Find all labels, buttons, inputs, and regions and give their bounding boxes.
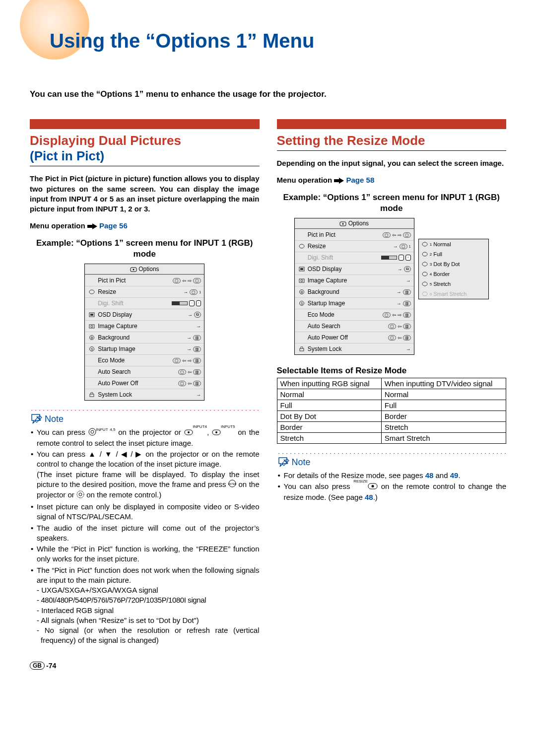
osd-row-label: Auto Power Off <box>98 380 178 387</box>
table-cell: Stretch <box>381 422 506 433</box>
osd-row-icon <box>298 278 306 283</box>
option-number: 4 <box>430 272 432 276</box>
heading-sub: (Pict in Pict) <box>30 148 104 163</box>
note-icon <box>277 457 290 468</box>
note-text: . <box>458 471 460 480</box>
note-text: .) <box>373 493 378 501</box>
option-label: Smart Stretch <box>433 291 467 297</box>
svg-point-37 <box>422 252 427 256</box>
osd-row: Image Capture→ <box>295 275 414 286</box>
option-icon <box>422 281 428 286</box>
osd-row-label: Resize <box>308 243 393 250</box>
example-title-right: Example: “Options 1” screen menu for INP… <box>277 192 507 214</box>
svg-text:ENTER: ENTER <box>228 482 236 485</box>
note-label: Note <box>292 457 311 468</box>
osd-row: Pict in Pict▢ ⇦ ⇨ ▢ <box>295 229 414 240</box>
osd-row: SStartup Image→ ▥ <box>295 297 414 309</box>
osd-row-icon: B <box>298 289 306 294</box>
svg-point-26 <box>299 244 304 248</box>
resize-button-icon: RESIZE <box>353 482 378 492</box>
resize-table: When inputting RGB signal When inputting… <box>277 378 507 444</box>
osd-row: Digi. Shift − + <box>85 297 204 309</box>
osd-row-values: ▢ ⇦ ▥ <box>178 369 201 375</box>
osd-row-values: → ▥ <box>187 346 201 352</box>
note-item: For details of the Resize mode, see page… <box>284 471 507 481</box>
osd-row-label: Background <box>308 288 397 295</box>
svg-point-16 <box>188 431 190 433</box>
menu-op-label: Menu operation <box>30 221 85 230</box>
page-link[interactable]: 48 <box>425 471 434 480</box>
osd-row-values: → ⧉ <box>188 312 201 318</box>
osd-row-icon <box>298 244 306 249</box>
dotted-divider <box>30 410 260 411</box>
note-item: The audio of the inset picture will come… <box>37 523 260 544</box>
table-title: Selectable Items of Resize Mode <box>277 366 507 376</box>
subnote-item: No signal (or when the resolution or ref… <box>41 625 260 646</box>
svg-point-7 <box>91 326 93 328</box>
resize-options-box: 1Normal2Full3Dot By Dot4Border5Stretch6S… <box>418 239 489 299</box>
page-title: Using the “Options 1” Menu <box>30 15 506 52</box>
option-label: Stretch <box>433 281 451 287</box>
osd-row-label: OSD Display <box>98 311 188 318</box>
osd-row-label: System Lock <box>308 345 406 352</box>
note-label: Note <box>45 414 64 424</box>
resize-option: 1Normal <box>419 239 488 249</box>
input4-button-icon <box>184 428 193 438</box>
osd-row-values: ▢ ⇦ ⇨ ▢ <box>173 278 201 283</box>
page-link[interactable]: 48 <box>365 493 373 501</box>
osd-row: Resize→ ▢1 <box>295 240 414 252</box>
osd-row: OSD Display→ ⧉ <box>85 309 204 320</box>
note-item: The “Pict in Pict” function does not wor… <box>37 565 260 646</box>
menu-op-label: Menu operation <box>277 176 333 184</box>
enter-remote-icon <box>76 490 84 501</box>
table-row: BorderStretch <box>277 422 506 433</box>
osd-row: Digi. Shift − + <box>295 252 414 263</box>
note-heading-left: Note <box>30 413 260 424</box>
osd-row-values: → <box>406 278 411 283</box>
input45-button-icon <box>88 428 96 438</box>
osd-row-values: − + <box>381 255 410 261</box>
osd-row-label: Pict in Pict <box>308 231 383 238</box>
table-header: When inputting DTV/video signal <box>381 378 506 389</box>
right-paragraph: Depending on the input signal, you can s… <box>277 158 507 168</box>
resize-option: 6Smart Stretch <box>419 289 488 299</box>
resize-option: 4Border <box>419 269 488 279</box>
resize-option: 2Full <box>419 249 488 259</box>
osd-menu-right: Options Pict in Pict▢ ⇦ ⇨ ▢Resize→ ▢1Dig… <box>294 218 414 355</box>
osd-row-label: System Lock <box>98 391 196 398</box>
svg-point-41 <box>422 292 427 296</box>
table-row: Dot By DotBorder <box>277 411 506 422</box>
osd-row-label: Auto Search <box>308 323 388 330</box>
input5-button-icon <box>212 428 221 438</box>
osd-row-label: Startup Image <box>98 345 187 352</box>
osd-row: Image Capture→ <box>85 320 204 332</box>
svg-text:B: B <box>91 336 93 340</box>
osd-row-values: ▢ ⇦ ⇨ ▥ <box>383 312 411 318</box>
menu-operation-left: Menu operation Page 56 <box>30 221 260 231</box>
osd-row: Pict in Pict▢ ⇦ ⇨ ▢ <box>85 275 204 286</box>
svg-point-25 <box>342 223 344 224</box>
table-cell: Dot By Dot <box>277 411 381 422</box>
subnote-item: 480I/480P/540P/576I/576P/720P/1035P/1080… <box>41 595 260 605</box>
osd-header-label: Options <box>348 220 369 227</box>
osd-row-label: Auto Power Off <box>308 334 388 341</box>
osd-row: Auto Power Off▢ ⇦ ▥ <box>295 332 414 343</box>
osd-row-values: ▢ ⇦ ⇨ ▥ <box>173 358 201 363</box>
svg-rect-5 <box>90 314 93 316</box>
osd-row-values: → <box>196 392 201 398</box>
table-cell: Smart Stretch <box>381 433 506 444</box>
page-link[interactable]: Page 58 <box>346 176 375 184</box>
page-link[interactable]: 49 <box>450 471 459 480</box>
osd-row-values: → <box>196 324 201 329</box>
svg-point-18 <box>215 431 217 433</box>
option-label: Border <box>433 271 450 277</box>
svg-marker-0 <box>87 223 97 229</box>
section-bar <box>30 119 260 129</box>
option-icon <box>422 272 428 276</box>
osd-row: System Lock→ <box>85 389 204 400</box>
table-cell: Border <box>277 422 381 433</box>
option-label: Dot By Dot <box>433 261 460 267</box>
dotted-divider <box>277 453 507 454</box>
notes-list-left: You can press INPUT 4,5 on the projector… <box>30 427 260 645</box>
page-link[interactable]: Page 56 <box>99 221 128 230</box>
